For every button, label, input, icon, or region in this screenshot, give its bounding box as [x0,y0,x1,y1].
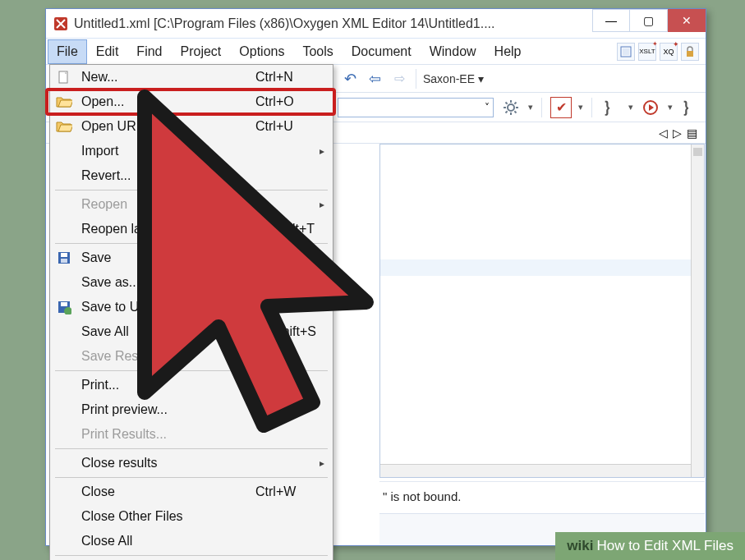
menu-item-label: Import [78,144,333,158]
menu-window[interactable]: Window [421,39,485,64]
menu-item-shortcut: Ctrl+O [255,94,333,109]
file-menu-save-all[interactable]: Save AllCtrl+Shift+S [50,319,333,344]
svg-line-11 [506,111,508,112]
window-buttons: ― ▢ ✕ [592,9,706,38]
file-menu-save[interactable]: SaveCtrl+S [50,246,333,270]
file-menu-save-results: Save Results... [50,344,333,369]
menu-item-label: Save All [78,324,246,339]
new-icon [50,70,78,85]
file-menu-dropdown: New...Ctrl+NOpen...Ctrl+OOpen URL...Ctrl… [49,64,333,560]
xq-icon[interactable]: XQ✦ [660,43,678,61]
menu-item-shortcut: Ctrl+Shift+S [246,324,333,339]
menu-item-label: Open URL... [78,119,255,134]
file-menu-new[interactable]: New...Ctrl+N [50,65,333,90]
prev-icon[interactable]: ◁ [659,126,668,140]
bracket-icon[interactable]: ｝ [600,97,622,118]
svg-rect-3 [687,51,693,57]
file-menu-revert[interactable]: Revert... [50,163,333,188]
svg-line-9 [506,102,508,103]
menu-edit[interactable]: Edit [87,39,128,64]
sheet-icon[interactable]: ▤ [687,126,697,140]
menu-file[interactable]: File [48,39,87,64]
menu-separator [55,190,328,190]
file-menu-import[interactable]: Import [50,139,333,163]
menu-item-label: Close [78,484,255,499]
menu-item-shortcut: Ctrl+Alt+T [255,222,333,236]
editor-area[interactable] [379,144,705,478]
bracket2-icon[interactable]: ｝ [679,97,701,118]
menu-item-shortcut: Ctrl+U [255,119,333,134]
current-line [380,259,691,276]
menu-separator [55,243,328,244]
file-menu-reopen-last-closed-editor[interactable]: Reopen last closed editorCtrl+Alt+T [50,217,333,241]
file-menu-close[interactable]: CloseCtrl+W [50,480,333,504]
menu-item-label: Reopen [78,197,333,212]
gear-icon[interactable] [500,97,522,118]
menu-separator [55,477,328,478]
menu-item-label: Save Results... [78,349,333,364]
menu-item-label: Close results [78,456,333,470]
perspective-icon[interactable] [617,43,635,61]
menu-separator [55,448,328,449]
file-menu-reopen: Reopen [50,192,333,217]
close-button[interactable]: ✕ [668,9,706,32]
menu-tools[interactable]: Tools [293,39,342,64]
menu-item-label: New... [78,70,255,85]
xslt-icon[interactable]: XSLT✦ [638,43,656,61]
next-icon[interactable]: ▷ [673,126,682,140]
menu-separator [55,555,328,556]
maximize-button[interactable]: ▢ [630,9,668,32]
menu-item-label: Save as... [78,275,333,290]
menu-separator [55,370,328,371]
menu-item-label: Save to URL... [78,300,333,314]
file-menu-close-all[interactable]: Close All [50,529,333,553]
menu-item-shortcut: Ctrl+S [255,250,333,265]
minimize-button[interactable]: ― [592,9,630,32]
forward-arrow-icon[interactable]: ⇨ [389,69,409,89]
menu-item-label: Print... [78,378,333,392]
menu-document[interactable]: Document [343,39,421,64]
menu-project[interactable]: Project [171,39,230,64]
status-message: " is not bound. [379,481,705,511]
engine-label[interactable]: Saxon-EE ▾ [423,72,484,85]
svg-line-10 [514,111,516,112]
svg-rect-2 [623,48,629,55]
lock-icon[interactable] [681,43,699,61]
file-menu-close-other-files[interactable]: Close Other Files [50,504,333,529]
back-small-icon[interactable]: ↶ [340,69,360,89]
menu-options[interactable]: Options [230,39,293,64]
play-icon[interactable] [640,97,661,118]
file-menu-print-preview[interactable]: Print preview... [50,397,333,422]
svg-point-4 [508,104,514,111]
app-icon [53,16,69,32]
menu-item-label: Close Other Files [78,509,333,524]
window-title: Untitled1.xml [C:\Program Files (x86)\Ox… [74,16,576,31]
file-menu-open-url[interactable]: Open URL...Ctrl+U [50,114,333,139]
save-url-icon [50,300,78,314]
file-menu-save-to-url[interactable]: Save to URL... [50,295,333,319]
save-icon [50,250,78,265]
file-menu-open[interactable]: Open...Ctrl+O [50,90,333,114]
svg-rect-19 [61,302,67,306]
menu-find[interactable]: Find [127,39,171,64]
open-icon [50,95,78,108]
svg-rect-17 [61,259,67,263]
menu-item-shortcut: Ctrl+W [255,484,333,499]
back-arrow-icon[interactable]: ⇦ [365,69,384,89]
xpath-combo[interactable]: ˅ [338,98,494,117]
file-menu-save-as[interactable]: Save as... [50,270,333,295]
svg-line-12 [514,102,516,103]
file-menu-print[interactable]: Print... [50,373,333,397]
file-menu-close-results[interactable]: Close results [50,451,333,475]
menu-item-label: Print preview... [78,402,333,417]
menu-item-label: Reopen last closed editor [78,222,255,236]
titlebar: Untitled1.xml [C:\Program Files (x86)\Ox… [46,9,706,39]
wikihow-badge: wiki How to Edit XML Files [555,532,745,560]
menu-help[interactable]: Help [485,39,531,64]
file-menu-print-results: Print Results... [50,422,333,447]
open-url-icon [50,120,78,133]
menu-item-label: Close All [78,534,333,549]
check-icon[interactable]: ✔ [550,97,572,118]
vertical-scrollbar[interactable] [691,145,704,477]
horizontal-scrollbar[interactable] [380,464,691,477]
